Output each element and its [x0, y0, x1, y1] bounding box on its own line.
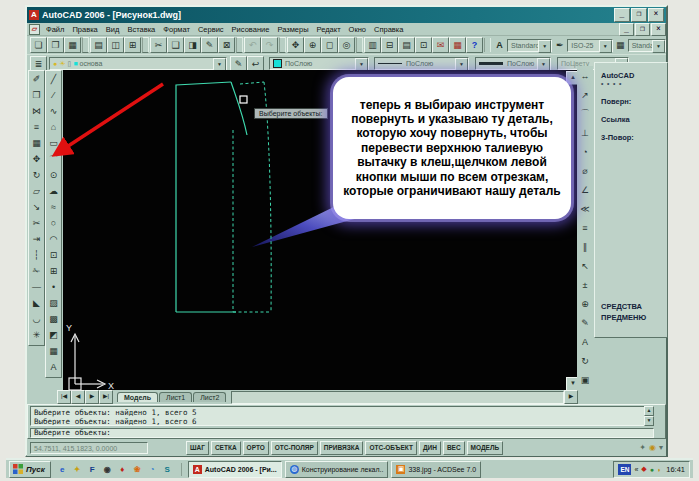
command-history[interactable]: Выберите объекты: найдено 1, всего 5 Выб…	[30, 406, 654, 426]
lineweight-dropdown[interactable]: ПоСлою ▼	[475, 57, 551, 70]
dim-edit-icon[interactable]: ✎	[578, 313, 593, 332]
status-toggle-button[interactable]: ОРТО	[243, 441, 269, 455]
menu-item[interactable]: Вид	[102, 25, 124, 34]
polygon-icon[interactable]: ⌂	[46, 119, 61, 135]
layer-on-icon[interactable]: ●	[53, 60, 57, 67]
sheet-set-icon[interactable]: ⊡	[415, 37, 432, 53]
quicklaunch-icon[interactable]: ◔	[146, 463, 159, 476]
plot-preview-icon[interactable]: ◫	[107, 37, 124, 53]
dim-style-icon[interactable]: ✒	[552, 38, 567, 52]
move-icon[interactable]: ✥	[29, 151, 44, 167]
layer-dropdown[interactable]: ● ☀ ▯ ■ основа ▼	[49, 57, 227, 70]
tab-next-icon[interactable]: ▶	[85, 390, 99, 404]
layer-freeze-icon[interactable]: ☀	[59, 60, 65, 67]
coordinates-readout[interactable]: 54.7511, 415.1823, 0.0000	[30, 442, 148, 454]
screen-menu-item[interactable]: AutoCAD	[601, 71, 663, 80]
quicklaunch-icon[interactable]: ◉	[101, 463, 114, 476]
zoom-realtime-icon[interactable]: ⊕	[304, 37, 321, 53]
designcenter-icon[interactable]: ⊟	[381, 37, 398, 53]
dim-style-dropdown[interactable]: ISO-25 ▼	[567, 39, 612, 52]
layout-tab[interactable]: Модель	[117, 392, 158, 402]
tab-prev-icon[interactable]: ◀	[71, 390, 85, 404]
gradient-icon[interactable]: ▩	[46, 311, 61, 327]
help-icon[interactable]: ?	[466, 37, 483, 53]
dim-quick-icon[interactable]: ≪	[578, 199, 593, 218]
construction-line-icon[interactable]: ⁄	[46, 87, 61, 103]
separator[interactable]	[279, 37, 286, 53]
ellipse-icon[interactable]: ○	[46, 215, 61, 231]
plot-icon[interactable]: ▤	[90, 37, 107, 53]
offset-icon[interactable]: ≡	[29, 119, 44, 135]
publish-icon[interactable]: ⊞	[124, 37, 141, 53]
point-icon[interactable]: •	[46, 279, 61, 295]
horizontal-scrollbar[interactable]	[231, 391, 564, 404]
dim-angular-icon[interactable]: ∠	[578, 180, 593, 199]
menu-item[interactable]: Справка	[370, 25, 407, 34]
dim-continue-icon[interactable]: ∥	[578, 237, 593, 256]
tray-collapse-icon[interactable]: «	[634, 466, 638, 473]
menu-item[interactable]: Редакт	[313, 25, 345, 34]
close-button[interactable]: ×	[648, 8, 664, 22]
dim-linear-icon[interactable]: ↔	[578, 66, 593, 85]
copy-clip-icon[interactable]: ❑	[167, 37, 184, 53]
layer-lock-icon[interactable]: ▯	[68, 60, 72, 67]
match-properties-icon[interactable]: ✎	[201, 37, 218, 53]
scroll-up-icon[interactable]: ▲	[644, 406, 654, 416]
screen-menu-item[interactable]: Ссылка	[601, 115, 663, 124]
dim-center-icon[interactable]: ⊕	[578, 294, 593, 313]
calculator-icon[interactable]: ▦	[449, 37, 466, 53]
separator[interactable]	[236, 37, 243, 53]
screen-menu-item[interactable]: 3-Повор:	[601, 133, 663, 142]
markup-icon[interactable]: ✉	[432, 37, 449, 53]
scroll-down-icon[interactable]: ▼	[644, 416, 654, 426]
join-icon[interactable]: ―	[29, 279, 44, 295]
screen-menu-item[interactable]: ПРЕДМЕНЮ	[601, 313, 663, 322]
text-style-icon[interactable]: A	[492, 38, 507, 52]
line-icon[interactable]: ╱	[46, 71, 61, 87]
spline-icon[interactable]: ≈	[46, 199, 61, 215]
layout-tab[interactable]: Лист2	[193, 392, 226, 402]
quicklaunch-icon[interactable]: ♦	[116, 463, 129, 476]
tab-last-icon[interactable]: ▶|	[99, 390, 113, 404]
make-block-icon[interactable]: ⊞	[46, 263, 61, 279]
dim-aligned-icon[interactable]: ↗	[578, 85, 593, 104]
language-indicator[interactable]: EN	[618, 464, 631, 475]
scale-icon[interactable]: ▱	[29, 183, 44, 199]
quicklaunch-icon[interactable]: S	[161, 463, 174, 476]
separator[interactable]	[142, 37, 149, 53]
trim-icon[interactable]: ✂	[29, 215, 44, 231]
save-icon[interactable]: ▦	[64, 37, 81, 53]
table-style-dropdown[interactable]: Standart ▼	[628, 39, 666, 52]
separator[interactable]	[82, 37, 89, 53]
zoom-previous-icon[interactable]: ◎	[338, 37, 355, 53]
break-point-icon[interactable]: ┆	[29, 247, 44, 263]
status-toggle-button[interactable]: ПРИВЯЗКА	[320, 441, 364, 455]
dim-radius-icon[interactable]: ◔	[578, 142, 593, 161]
taskbar-task-button[interactable]: ▣ 338.jpg - ACDSee 7.0	[391, 461, 481, 478]
command-scrollbar[interactable]: ▲ ▼	[644, 406, 654, 426]
taskbar-task-button[interactable]: A AutoCAD 2006 - [Ри...	[188, 461, 282, 478]
menu-item[interactable]: Файл	[42, 25, 68, 34]
hatch-icon[interactable]: ▨	[46, 295, 61, 311]
block-editor-icon[interactable]: ⊠	[218, 37, 235, 53]
dim-leader-icon[interactable]: ↖	[578, 256, 593, 275]
status-toggle-button[interactable]: ВЕС	[443, 441, 465, 455]
dim-arc-icon[interactable]: ⌒	[578, 104, 593, 123]
dim-text-edit-icon[interactable]: A	[578, 332, 593, 351]
undo-icon[interactable]: ↶	[244, 37, 261, 53]
screen-menu-item[interactable]: * * * *	[601, 82, 663, 88]
quicklaunch-ie-icon[interactable]: e	[56, 463, 69, 476]
mtext-icon[interactable]: A	[46, 359, 61, 375]
layout-tab[interactable]: Лист1	[159, 392, 192, 402]
redo-icon[interactable]: ↷	[261, 37, 278, 53]
menu-item[interactable]: Правка	[68, 25, 101, 34]
status-toggle-button[interactable]: ОТС-ПОЛЯР	[271, 441, 318, 455]
erase-icon[interactable]: ✐	[29, 71, 44, 87]
dim-update-icon[interactable]: ↻	[578, 351, 593, 370]
dim-diameter-icon[interactable]: ⌀	[578, 161, 593, 180]
command-input[interactable]: Выберите объекты:	[30, 428, 654, 438]
maximize-button[interactable]: ❐	[631, 8, 647, 22]
screen-menu-item[interactable]: СРЕДСТВА	[601, 302, 663, 311]
table-style-icon[interactable]: ▦	[613, 38, 628, 52]
properties-icon[interactable]: ▥	[364, 37, 381, 53]
